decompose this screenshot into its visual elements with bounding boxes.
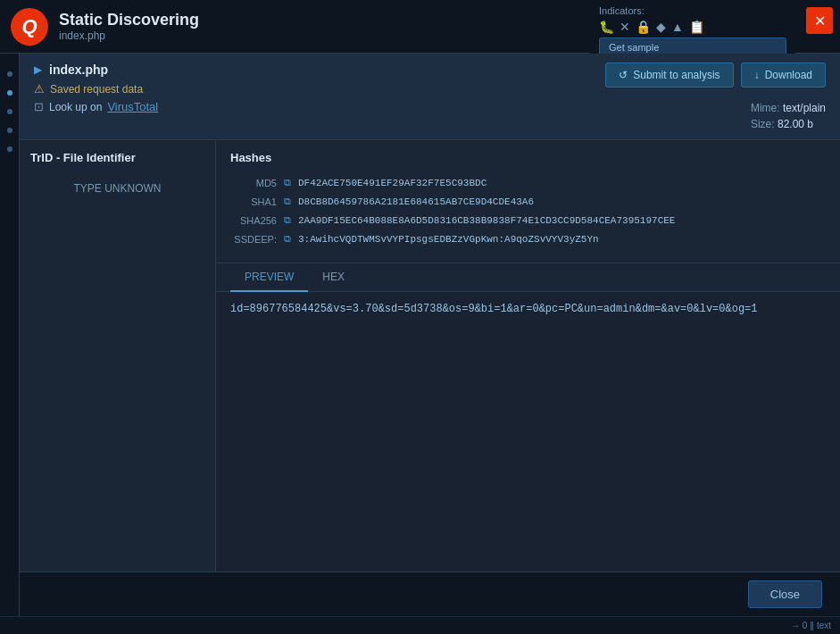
sha256-value: 2AA9DF15EC64B088E8A6D5D8316CB38B9838F74E… [298, 215, 675, 226]
triangle-icon: ▲ [671, 20, 684, 34]
sha1-label: SHA1 [230, 196, 277, 207]
buttons-row: ↺ Submit to analysis ↓ Download [605, 63, 826, 88]
bug-icon: 🐛 [599, 20, 614, 34]
hash-row-sha256: SHA256 ⧉ 2AA9DF15EC64B088E8A6D5D8316CB38… [230, 214, 826, 226]
close-window-button[interactable]: ✕ [806, 7, 833, 34]
warning-row: ⚠ Saved request data [34, 82, 605, 96]
warning-text: Saved request data [50, 83, 143, 96]
hashes-section: Hashes MD5 ⧉ DF42ACE750E491EF29AF32F7E5C… [216, 140, 840, 263]
sha256-copy-icon[interactable]: ⧉ [284, 214, 291, 226]
sidebar-dot-1 [7, 71, 12, 77]
diamond-icon: ◆ [656, 20, 666, 34]
logo-letter: Q [21, 15, 37, 38]
middle-sections: TrID - File Identifier TYPE UNKNOWN Hash… [20, 140, 840, 571]
preview-area: id=896776584425&vs=3.70&sd=5d3738&os=9&b… [216, 292, 840, 571]
mime-label: Mime: [751, 102, 780, 114]
app-logo: Q [11, 8, 48, 46]
hash-row-sha1: SHA1 ⧉ D8CB8D6459786A2181E684615AB7CE9D4… [230, 196, 826, 207]
size-item: Size: 82.00 b [751, 118, 826, 130]
tab-hex[interactable]: HEX [308, 263, 359, 292]
download-button[interactable]: ↓ Download [741, 63, 826, 88]
mime-value: text/plain [783, 102, 826, 114]
sidebar-dot-2 [7, 90, 12, 96]
bottom-bar: Close [20, 571, 840, 616]
ssdeep-copy-icon[interactable]: ⧉ [284, 233, 291, 245]
tab-preview[interactable]: PREVIEW [230, 263, 308, 292]
left-sidebar [0, 54, 20, 634]
md5-value: DF42ACE750E491EF29AF32F7E5C93BDC [298, 178, 487, 188]
type-unknown: TYPE UNKNOWN [30, 182, 204, 195]
submit-label: Submit to analysis [633, 69, 719, 81]
hash-row-ssdeep: SSDEEP: ⧉ 3:AwihcVQDTWMSvVYPIpsgsEDBZzVG… [230, 233, 826, 245]
close-button[interactable]: Close [748, 580, 822, 608]
lock-icon: 🔒 [636, 20, 651, 34]
tabs-area: PREVIEW HEX [216, 263, 840, 292]
right-panel: Hashes MD5 ⧉ DF42ACE750E491EF29AF32F7E5C… [216, 140, 840, 571]
arrow-icon: ▶ [34, 63, 42, 76]
indicators-icons-row: 🐛 ✕ 🔒 ◆ ▲ 📋 [599, 20, 786, 34]
sha1-value: D8CB8D6459786A2181E684615AB7CE9D4CDE43A6 [298, 196, 534, 207]
size-value: 82.00 b [778, 118, 813, 130]
cross-icon: ✕ [620, 20, 630, 34]
sha256-label: SHA256 [230, 215, 277, 226]
file-info-left: ▶ index.php ⚠ Saved request data ⊡ Look … [34, 63, 605, 113]
top-bar: Q Static Discovering index.php Indicator… [0, 0, 840, 54]
md5-label: MD5 [230, 178, 277, 188]
status-bar: → 0 ‖ text [0, 616, 840, 634]
preview-content: id=896776584425&vs=3.70&sd=5d3738&os=9&b… [230, 303, 758, 315]
submit-to-analysis-button[interactable]: ↺ Submit to analysis [605, 63, 733, 88]
download-icon: ↓ [754, 69, 760, 81]
content-wrapper: ▶ index.php ⚠ Saved request data ⊡ Look … [20, 54, 840, 616]
action-and-meta: ↺ Submit to analysis ↓ Download Mime: te… [605, 63, 826, 130]
sha1-copy-icon[interactable]: ⧉ [284, 196, 291, 207]
sidebar-dot-3 [7, 109, 12, 114]
lookup-text: Look up on [49, 101, 102, 113]
hashes-title: Hashes [230, 151, 826, 164]
hash-row-md5: MD5 ⧉ DF42ACE750E491EF29AF32F7E5C93BDC [230, 177, 826, 188]
sidebar-dot-5 [7, 146, 12, 152]
file-name: index.php [49, 63, 108, 77]
status-text: → 0 ‖ text [791, 621, 831, 630]
clipboard-icon: 📋 [689, 20, 704, 34]
size-label: Size: [751, 118, 775, 130]
ssdeep-value: 3:AwihcVQDTWMSvVYPIpsgsEDBZzVGpKwn:A9qoZ… [298, 234, 599, 245]
warning-icon: ⚠ [34, 82, 45, 96]
download-label: Download [765, 69, 812, 81]
file-name-row: ▶ index.php [34, 63, 605, 77]
lookup-icon: ⊡ [34, 100, 44, 113]
ssdeep-label: SSDEEP: [230, 234, 277, 245]
virustotal-link[interactable]: VirusTotal [107, 100, 158, 113]
sidebar-dot-4 [7, 128, 12, 133]
indicators-label: Indicators: [599, 5, 786, 16]
mime-item: Mime: text/plain [751, 102, 826, 114]
meta-row: Mime: text/plain Size: 82.00 b [751, 102, 826, 130]
trid-panel: TrID - File Identifier TYPE UNKNOWN [20, 140, 216, 571]
file-header: ▶ index.php ⚠ Saved request data ⊡ Look … [20, 54, 840, 140]
submit-icon: ↺ [619, 69, 628, 81]
md5-copy-icon[interactable]: ⧉ [284, 177, 291, 188]
trid-title: TrID - File Identifier [30, 151, 204, 164]
lookup-row: ⊡ Look up on VirusTotal [34, 100, 605, 113]
